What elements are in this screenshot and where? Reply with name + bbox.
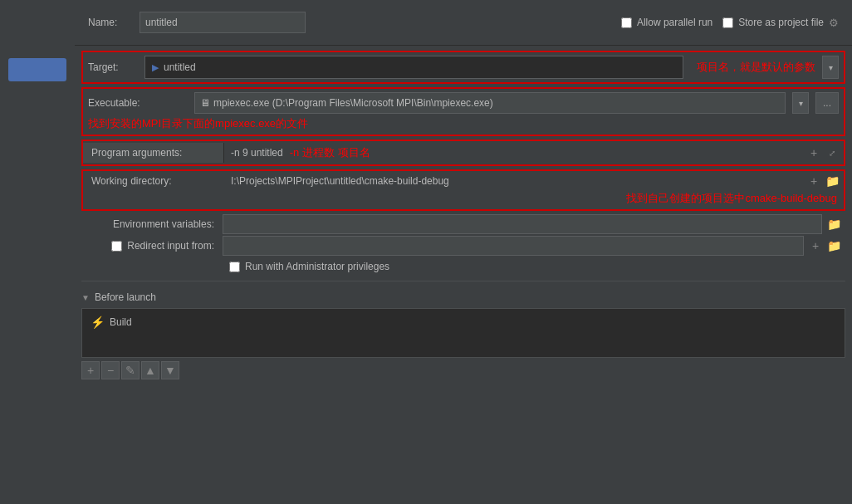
args-inner: Program arguments: -n 9 untitled -n 进程数 … xyxy=(83,141,844,164)
exec-dropdown-btn[interactable]: ▾ xyxy=(792,92,809,114)
before-launch-remove-btn[interactable]: − xyxy=(101,361,120,379)
arrow-down-icon: ▼ xyxy=(164,364,176,377)
env-vars-row: Environment variables: 📁 xyxy=(81,214,845,234)
workdir-wrapper: Working directory: I:\Projects\MPIProjec… xyxy=(81,169,845,211)
workdir-add-btn[interactable]: + xyxy=(805,173,822,189)
env-vars-label: Environment variables: xyxy=(81,214,223,234)
content-area: Name: Allow parallel run Store as projec… xyxy=(75,0,852,504)
before-launch-header: ▼ Before launch xyxy=(81,291,845,303)
target-row-wrapper: Target: ▶ untitled 项目名，就是默认的参数 ▾ xyxy=(81,51,845,84)
before-launch-label: Before launch xyxy=(95,291,156,303)
target-label: Target: xyxy=(88,61,138,73)
redirect-checkbox[interactable] xyxy=(111,241,122,252)
sidebar xyxy=(0,0,75,504)
exec-annotation-row: 找到安装的MPI目录下面的mpiexec.exe的文件 xyxy=(88,116,839,131)
plus-icon: + xyxy=(87,364,94,377)
before-launch-section: ▼ Before launch ⚡ Build + − ✎ xyxy=(81,291,845,379)
target-value: untitled xyxy=(164,61,196,73)
args-label: Program arguments: xyxy=(83,143,224,163)
redirect-label: Redirect input from: xyxy=(127,240,214,252)
store-as-project-checkbox[interactable] xyxy=(722,17,733,28)
args-value: -n 9 untitled xyxy=(231,147,283,159)
args-value-container: -n 9 untitled -n 进程数 项目名 xyxy=(224,141,802,164)
before-launch-list: ⚡ Build xyxy=(81,308,845,358)
before-launch-down-btn[interactable]: ▼ xyxy=(161,361,179,379)
before-launch-add-btn[interactable]: + xyxy=(81,361,100,379)
env-vars-input[interactable] xyxy=(223,214,822,234)
redirect-actions: + 📁 xyxy=(804,237,845,254)
arrow-up-icon: ▲ xyxy=(144,364,156,377)
run-admin-label: Run with Administrator privileges xyxy=(245,261,389,272)
executable-row: Executable: 🖥 mpiexec.exe (D:\Program Fi… xyxy=(88,92,839,114)
minus-icon: − xyxy=(107,364,114,377)
target-input-container[interactable]: ▶ untitled xyxy=(144,56,683,79)
redirect-row: Redirect input from: + 📁 xyxy=(81,236,845,256)
store-as-project-label: Store as project file xyxy=(738,17,824,28)
target-annotation: 项目名，就是默认的参数 xyxy=(697,60,815,75)
sidebar-active-item[interactable] xyxy=(8,58,66,81)
run-admin-checkbox[interactable] xyxy=(229,262,240,272)
header-row: Name: Allow parallel run Store as projec… xyxy=(75,0,852,46)
target-play-icon: ▶ xyxy=(152,62,159,73)
allow-parallel-label: Allow parallel run xyxy=(637,17,712,28)
workdir-folder-btn[interactable]: 📁 xyxy=(824,173,840,189)
env-vars-actions: 📁 xyxy=(822,216,845,232)
allow-parallel-group: Allow parallel run xyxy=(621,17,712,28)
main-container: Name: Allow parallel run Store as projec… xyxy=(0,0,852,504)
workdir-annotation: 找到自己创建的项目选中cmake-build-debug xyxy=(626,192,837,204)
args-expand-btn[interactable]: ⤢ xyxy=(824,144,840,161)
more-icon: ... xyxy=(823,97,831,109)
args-actions: + ⤢ xyxy=(802,144,844,161)
env-vars-folder-btn[interactable]: 📁 xyxy=(825,216,842,232)
args-row-wrapper: Program arguments: -n 9 untitled -n 进程数 … xyxy=(81,139,845,166)
chevron-down-icon: ▾ xyxy=(829,63,833,72)
executable-input[interactable]: 🖥 mpiexec.exe (D:\Program Files\Microsof… xyxy=(194,92,786,114)
redirect-folder-btn[interactable]: 📁 xyxy=(825,237,842,254)
args-add-btn[interactable]: + xyxy=(805,144,822,161)
executable-label: Executable: xyxy=(88,97,188,109)
collapse-triangle-icon[interactable]: ▼ xyxy=(81,293,90,302)
redirect-add-btn[interactable]: + xyxy=(807,237,824,254)
name-label: Name: xyxy=(88,17,130,28)
target-dropdown-btn[interactable]: ▾ xyxy=(822,56,839,79)
build-item: ⚡ Build xyxy=(86,312,841,332)
run-admin-row: Run with Administrator privileges xyxy=(81,261,845,272)
executable-value: mpiexec.exe (D:\Program Files\Microsoft … xyxy=(213,97,493,109)
before-launch-edit-btn[interactable]: ✎ xyxy=(121,361,140,379)
before-launch-up-btn[interactable]: ▲ xyxy=(141,361,159,379)
exec-annotation: 找到安装的MPI目录下面的mpiexec.exe的文件 xyxy=(88,117,308,130)
store-as-project-group: Store as project file ⚙ xyxy=(722,17,839,29)
exec-icon: 🖥 xyxy=(200,97,210,109)
exec-chevron-icon: ▾ xyxy=(799,99,803,108)
executable-row-wrapper: Executable: 🖥 mpiexec.exe (D:\Program Fi… xyxy=(81,87,845,136)
workdir-annotation-row: 找到自己创建的项目选中cmake-build-debug xyxy=(83,191,844,209)
workdir-label: Working directory: xyxy=(83,171,224,191)
name-input[interactable] xyxy=(140,12,306,33)
allow-parallel-checkbox[interactable] xyxy=(621,17,632,28)
workdir-value: I:\Projects\MPIProject\untitled\cmake-bu… xyxy=(224,171,802,191)
exec-more-btn[interactable]: ... xyxy=(815,92,839,114)
redirect-input[interactable] xyxy=(223,236,804,256)
build-label: Build xyxy=(110,316,132,328)
build-lightning-icon: ⚡ xyxy=(91,316,105,329)
pencil-icon: ✎ xyxy=(125,364,135,377)
args-annotation: -n 进程数 项目名 xyxy=(290,145,370,160)
redirect-checkbox-container: Redirect input from: xyxy=(81,236,223,256)
store-project-gear-icon[interactable]: ⚙ xyxy=(829,17,839,29)
workdir-actions: + 📁 xyxy=(802,173,844,189)
workdir-inner: Working directory: I:\Projects\MPIProjec… xyxy=(83,171,844,191)
divider xyxy=(81,281,845,281)
before-launch-toolbar: + − ✎ ▲ ▼ xyxy=(81,361,845,379)
